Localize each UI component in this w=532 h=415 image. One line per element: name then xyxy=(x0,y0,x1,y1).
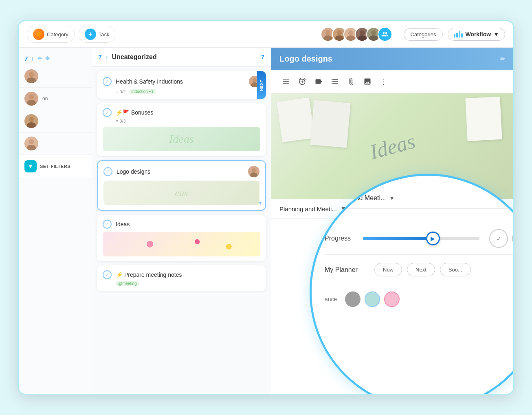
thumbnail-dots-4 xyxy=(103,232,260,256)
filter-bar: ▼ SET FILTERS xyxy=(19,155,92,177)
filter-label: SET FILTERS xyxy=(40,164,70,169)
task-meta-1: ≡0/2 induction +1 xyxy=(103,89,260,94)
task-header-3: ✓ Logo designs xyxy=(103,166,259,177)
task-card-4[interactable]: ✓ Ideas xyxy=(97,215,266,261)
sidebar-item-3[interactable] xyxy=(19,110,92,132)
thumb-arrow-icon: ▶ xyxy=(431,235,435,242)
main-area: 7 ↑ ✏ ✥ xyxy=(19,48,513,394)
pause-button[interactable]: ⏸ xyxy=(512,229,514,248)
task-column: 7 › Uncategorized 7 ✓ Health & Safety In… xyxy=(92,48,271,394)
toolbar-image-icon[interactable] xyxy=(359,74,376,89)
task-checkbox-5[interactable]: ✓ xyxy=(103,270,112,279)
svg-point-31 xyxy=(252,168,256,172)
detail-toolbar: ⋮ xyxy=(271,70,513,93)
task-header-2: ✓ ⚡🚩 Bonuses xyxy=(103,108,260,117)
header-left: 🔶 Category + Task xyxy=(27,26,316,43)
svg-point-19 xyxy=(29,95,34,99)
sidebar-item-2[interactable]: on xyxy=(19,88,92,110)
planning-dropdown-circle[interactable]: ▼ xyxy=(389,195,395,201)
sidebar-edit-icon[interactable]: ✏ xyxy=(37,55,42,62)
task-checkbox-2[interactable]: ✓ xyxy=(103,108,112,117)
svg-point-28 xyxy=(253,78,257,82)
task-meta-5: @meeting xyxy=(103,281,260,286)
color-dot-teal[interactable] xyxy=(365,291,380,307)
task-thumbnail-3: eas xyxy=(103,181,259,205)
progress-thumb[interactable]: ▶ xyxy=(426,232,440,245)
workflow-label: Workflow xyxy=(465,31,491,38)
color-dot-gray[interactable] xyxy=(345,291,361,307)
planning-label: Planning and Meeti... xyxy=(279,205,337,212)
category-label: Category xyxy=(47,31,68,38)
toolbar-alarm-icon[interactable] xyxy=(294,74,310,89)
toolbar-tag-icon[interactable] xyxy=(310,74,327,89)
task-title-4: Ideas xyxy=(116,221,260,227)
task-list: ✓ Health & Safety Inductions ≡0/ xyxy=(92,67,271,295)
column-count-right: 7 xyxy=(261,54,264,60)
planner-soon-button[interactable]: Soo... xyxy=(440,263,471,276)
category-icon: 🔶 xyxy=(33,29,44,40)
categories-button[interactable]: Categories xyxy=(404,28,443,41)
color-section: ance xyxy=(325,283,514,315)
task-card-1[interactable]: ✓ Health & Safety Inductions ≡0/ xyxy=(97,71,266,99)
task-checkbox-3[interactable]: ✓ xyxy=(103,167,112,176)
planner-row: My Planner Now Next Soo... xyxy=(325,263,514,276)
filter-icon[interactable]: ▼ xyxy=(24,160,37,172)
task-count-2: ≡0/3 xyxy=(116,119,126,124)
sidebar-item-4[interactable] xyxy=(19,132,92,155)
planner-next-button[interactable]: Next xyxy=(407,263,435,276)
image-handwriting: Ideas xyxy=(367,129,418,164)
toolbar-list-icon[interactable] xyxy=(327,74,343,89)
svg-point-16 xyxy=(29,72,34,77)
sidebar-avatar-2 xyxy=(24,92,38,106)
task-card-3[interactable]: ✓ Logo designs eas ▾ xyxy=(97,160,266,211)
planner-now-button[interactable]: Now xyxy=(374,263,402,276)
thumbnail-text-2: Ideas xyxy=(169,132,194,146)
svg-point-10 xyxy=(359,30,364,35)
task-header-1: ✓ Health & Safety Inductions xyxy=(103,76,260,87)
svg-point-7 xyxy=(348,30,353,35)
planner-label: My Planner xyxy=(325,266,369,274)
task-title-5: ⚡ Prepare meeting notes xyxy=(116,272,260,278)
svg-point-13 xyxy=(371,30,376,35)
detail-edit-icon[interactable]: ✏ xyxy=(500,55,505,63)
progress-track[interactable]: ▶ xyxy=(363,237,479,240)
toolbar-description-icon[interactable] xyxy=(278,74,294,89)
sidebar-avatar-3 xyxy=(24,114,38,128)
progress-label: Progress xyxy=(325,235,357,242)
expand-icon-3: ▾ xyxy=(259,199,262,207)
svg-point-4 xyxy=(336,30,341,35)
detail-title: Logo designs xyxy=(279,54,496,64)
task-button[interactable]: + Task xyxy=(79,26,116,43)
task-checkbox-4[interactable]: ✓ xyxy=(103,220,112,229)
avatar-group xyxy=(321,27,392,42)
sidebar-item-label-2: on xyxy=(42,96,86,102)
color-dot-pink[interactable] xyxy=(384,291,400,307)
task-count-1: ≡0/2 xyxy=(116,89,126,94)
task-card-2[interactable]: ✓ ⚡🚩 Bonuses ≡0/3 Ideas xyxy=(97,103,266,156)
task-tag-5: @meeting xyxy=(116,281,139,286)
column-header: 7 › Uncategorized 7 xyxy=(92,48,271,67)
next-badge-1: NEXT xyxy=(257,71,266,99)
task-title-1: Health & Safety Inductions xyxy=(116,78,245,85)
task-title-2: ⚡🚩 Bonuses xyxy=(116,109,260,116)
task-header-5: ✓ ⚡ Prepare meeting notes xyxy=(103,270,260,279)
sidebar-item-1[interactable] xyxy=(19,65,92,88)
complete-button[interactable]: ✓ xyxy=(489,229,508,248)
add-member-button[interactable] xyxy=(378,27,392,42)
workflow-button[interactable]: Workflow ▼ xyxy=(448,28,505,41)
toolbar-more-icon[interactable]: ⋮ xyxy=(376,74,392,89)
toolbar-attach-icon[interactable] xyxy=(343,74,359,89)
svg-point-25 xyxy=(29,139,34,144)
task-card-5[interactable]: ✓ ⚡ Prepare meeting notes @meeting xyxy=(97,265,266,291)
sidebar-move-icon[interactable]: ✥ xyxy=(45,55,50,62)
task-avatar-3 xyxy=(248,166,259,177)
category-button[interactable]: 🔶 Category xyxy=(27,26,75,43)
collapse-icon[interactable]: › xyxy=(106,54,108,60)
task-title-3: Logo designs xyxy=(117,168,244,175)
task-thumbnail-4 xyxy=(103,232,260,256)
color-label: ance xyxy=(325,296,337,302)
progress-fill xyxy=(363,237,433,240)
progress-header: 60% xyxy=(325,217,514,224)
progress-actions: ✓ ⏸ xyxy=(489,229,514,248)
task-checkbox-1[interactable]: ✓ xyxy=(103,77,112,86)
